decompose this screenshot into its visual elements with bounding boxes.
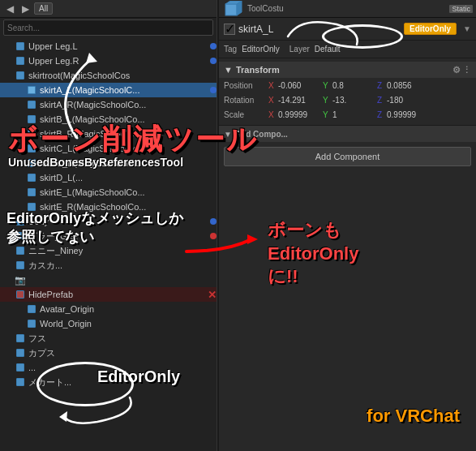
search-input[interactable]	[7, 24, 209, 32]
cube-icon	[15, 70, 26, 81]
rotation-x[interactable]: -14.291	[278, 96, 323, 105]
cube-icon	[26, 99, 37, 110]
list-item[interactable]: Avatar_Origin	[0, 302, 217, 316]
svg-rect-0	[225, 4, 237, 15]
item-label: skirtroot(MagicSchoolCos	[28, 71, 217, 80]
cube-icon	[15, 289, 26, 300]
item-label: フス	[28, 333, 217, 345]
item-label: Avatar_Origin	[40, 304, 217, 314]
item-label: World_Origin	[40, 319, 217, 329]
z-axis-label-rot: Z	[377, 96, 387, 105]
hierarchy-toolbar: ◀ ▶ All	[0, 0, 217, 18]
settings-icon[interactable]: ⚙	[452, 65, 461, 75]
list-item-selected[interactable]: skirtA_L(MagicSchoolC...	[0, 83, 217, 97]
for-vrchat-label: for VRChat	[367, 406, 460, 427]
annotation-left-line2: 参照してない	[6, 228, 183, 247]
scale-label: Scale	[224, 110, 268, 119]
item-label: Upper Leg.R	[28, 56, 208, 66]
annotation-bottom-left: EditorOnly	[97, 367, 180, 386]
item-label: skirtA_R(MagicSchoolCo...	[40, 100, 217, 110]
cube-icon	[15, 362, 26, 373]
x-axis-label: X	[268, 81, 278, 90]
annotation-right-line3: に!!	[268, 265, 358, 289]
status-dot	[210, 87, 217, 93]
list-item[interactable]: Upper Leg.L	[0, 39, 217, 54]
item-label: skirtA_L(MagicSchoolC...	[40, 85, 208, 95]
cube-icon	[15, 41, 26, 52]
static-label: Static	[449, 5, 473, 13]
cube-icon	[26, 172, 37, 183]
active-checkbox[interactable]: ✓	[224, 24, 235, 35]
overflow-icon[interactable]: ⋮	[462, 65, 471, 75]
annotation-left-line1: EditorOnlyなメッシュしか	[6, 209, 183, 228]
scale-y[interactable]: 1	[332, 110, 377, 119]
forward-icon[interactable]: ▶	[19, 2, 32, 15]
list-item[interactable]: Upper Leg.R	[0, 54, 217, 68]
x-axis-label-rot: X	[268, 96, 278, 105]
list-item[interactable]: skirtroot(MagicSchoolCos	[0, 68, 217, 83]
object-name-bar: ✓ skirtA_L EditorOnly ▼	[219, 18, 476, 41]
subtitle-text: UnusedBonesByReferencesTool	[8, 156, 183, 169]
annotation-right-line1: ボーンも	[268, 219, 358, 243]
tag-value-label: EditorOnly	[242, 45, 280, 54]
position-y[interactable]: 0.8	[332, 81, 377, 90]
all-button[interactable]: All	[34, 2, 53, 15]
z-axis-label-sc: Z	[377, 110, 387, 119]
list-item[interactable]: カプス	[0, 346, 217, 360]
y-axis-label: Y	[323, 81, 332, 90]
item-label: HidePrefab	[28, 290, 206, 299]
expand-icon: ▼	[224, 65, 233, 75]
back-icon[interactable]: ◀	[3, 2, 16, 15]
layer-label: Layer	[289, 45, 310, 54]
inspector-toolbar: ToolCostu Static	[219, 0, 476, 18]
tag-label: Tag	[224, 45, 237, 54]
y-axis-label-sc: Y	[323, 110, 332, 119]
tool-label: ToolCostu	[247, 4, 447, 13]
item-label: カプス	[28, 347, 217, 359]
big-title: ボーン削減ツール	[8, 120, 258, 160]
list-item[interactable]: skirtE_L(MagicSchoolCo...	[0, 185, 217, 200]
list-item[interactable]: フス	[0, 331, 217, 346]
list-item[interactable]: World_Origin	[0, 316, 217, 331]
status-dot	[210, 218, 217, 225]
annotation-right-line2: EditorOnly	[268, 243, 358, 266]
position-label: Position	[224, 81, 268, 90]
transform-section: ▼ Transform ⚙ ⋮ Position X -0.060 Y 0.8 …	[219, 58, 476, 126]
transform-header: ▼ Transform ⚙ ⋮	[219, 62, 476, 78]
rotation-y[interactable]: -13.	[332, 96, 377, 105]
cube-icon	[15, 55, 26, 67]
layer-bar: Tag EditorOnly Layer Default	[219, 41, 476, 58]
transform-title: Transform	[236, 65, 280, 75]
position-z[interactable]: 0.0856	[387, 81, 431, 90]
layer-value-label: Default	[315, 45, 341, 54]
list-item[interactable]: HidePrefab ✕	[0, 287, 217, 302]
red-x-icon: ✕	[208, 289, 217, 301]
layer-ver-label: ▼	[463, 24, 471, 33]
cube-icon	[15, 333, 26, 344]
list-item[interactable]: skirtD_L(...	[0, 170, 217, 185]
list-item[interactable]: カスカ...	[0, 258, 217, 273]
rotation-row: Rotation X -14.291 Y -13. Z -180	[219, 92, 476, 107]
annotation-left: EditorOnlyなメッシュしか 参照してない	[6, 209, 183, 247]
y-axis-label-rot: Y	[323, 96, 332, 105]
list-item[interactable]: skirtA_R(MagicSchoolCo...	[0, 97, 217, 112]
hierarchy-search[interactable]	[3, 19, 213, 36]
annotation-right: ボーンも EditorOnly に!!	[268, 219, 358, 289]
item-label: カスカ...	[28, 260, 217, 272]
position-row: Position X -0.060 Y 0.8 Z 0.0856	[219, 78, 476, 92]
cube-icon	[15, 347, 26, 359]
rotation-z[interactable]: -180	[387, 96, 431, 105]
x-axis-label-sc: X	[268, 110, 278, 119]
rotation-label: Rotation	[224, 96, 268, 105]
add-component-button[interactable]: Add Component	[224, 147, 471, 166]
scale-x[interactable]: 0.99999	[278, 110, 323, 119]
position-x[interactable]: -0.060	[278, 81, 323, 90]
cube-icon	[15, 376, 26, 388]
list-item[interactable]: 📷	[0, 273, 217, 287]
editor-only-badge[interactable]: EditorOnly	[404, 23, 457, 35]
cube-icon	[26, 318, 37, 329]
status-dot	[210, 43, 217, 49]
status-dot	[210, 58, 217, 64]
scene-cube-widget	[222, 1, 245, 17]
scale-z[interactable]: 0.99999	[387, 110, 431, 119]
